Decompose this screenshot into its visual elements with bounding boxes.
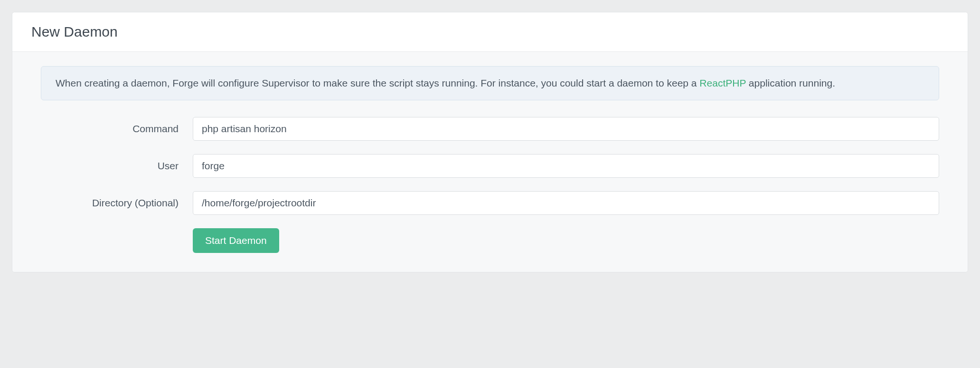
user-label: User [41,160,193,172]
button-row: Start Daemon [41,228,939,253]
user-row: User [41,154,939,178]
new-daemon-panel: New Daemon When creating a daemon, Forge… [12,12,968,272]
info-text-after: application running. [746,77,835,88]
info-text-before: When creating a daemon, Forge will confi… [56,77,699,88]
panel-title: New Daemon [31,24,949,40]
command-row: Command [41,117,939,141]
reactphp-link[interactable]: ReactPHP [699,77,746,88]
directory-input[interactable] [193,191,939,215]
panel-header: New Daemon [12,12,968,52]
start-daemon-button[interactable]: Start Daemon [193,228,279,253]
command-label: Command [41,123,193,135]
user-input[interactable] [193,154,939,178]
panel-body: When creating a daemon, Forge will confi… [12,52,968,272]
directory-row: Directory (Optional) [41,191,939,215]
directory-label: Directory (Optional) [41,197,193,209]
command-input[interactable] [193,117,939,141]
info-box: When creating a daemon, Forge will confi… [41,66,939,100]
